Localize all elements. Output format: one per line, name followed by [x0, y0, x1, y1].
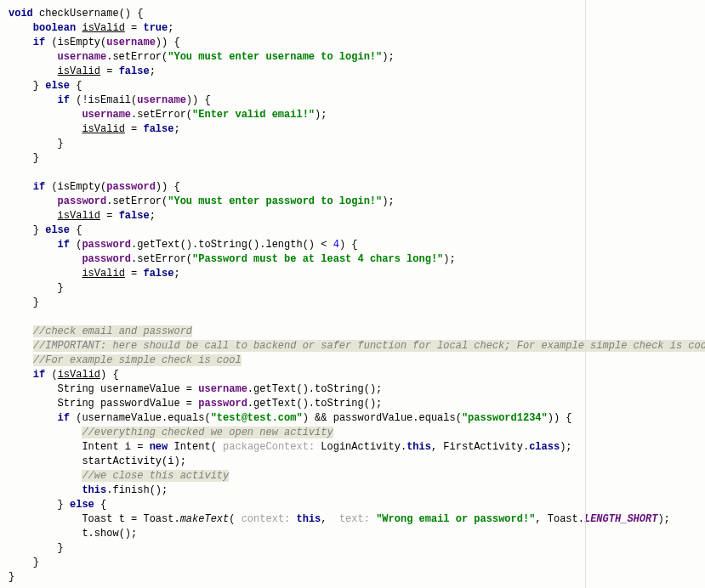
code-line: } else { — [9, 499, 106, 511]
code-line: } else { — [9, 224, 82, 236]
code-line: username.setError("You must enter userna… — [9, 51, 395, 63]
code-editor-content: void checkUsername() { boolean isValid =… — [9, 7, 696, 585]
code-line: String passwordValue = password.getText(… — [9, 398, 382, 410]
inline-hint: context: — [242, 513, 297, 525]
code-line: username.setError("Enter valid email!"); — [9, 109, 327, 121]
code-line: this.finish(); — [9, 484, 168, 496]
code-line: if (usernameValue.equals("test@test.com"… — [9, 412, 572, 424]
code-line: password.setError("Password must be at l… — [9, 253, 456, 265]
code-line: //we close this activity — [9, 470, 229, 482]
code-line: //For example simple check is cool — [9, 354, 242, 366]
code-line: if (isEmpty(password)) { — [9, 181, 180, 193]
code-line: } — [9, 138, 64, 150]
inline-hint: text: — [339, 513, 376, 525]
code-line: if (!isEmail(username)) { — [9, 94, 211, 106]
code-line: t.show(); — [9, 528, 137, 540]
code-line: startActivity(i); — [9, 455, 186, 467]
code-line: password.setError("You must enter passwo… — [9, 195, 395, 207]
code-line: } — [9, 152, 39, 164]
inline-hint: packageContext: — [223, 441, 321, 453]
right-gutter-line — [585, 0, 586, 588]
code-line: } else { — [9, 80, 82, 92]
code-line: isValid = false; — [9, 268, 180, 280]
code-line: //everything checked we open new activit… — [9, 427, 333, 438]
code-line: } — [9, 297, 39, 308]
code-line: isValid = false; — [9, 210, 156, 222]
code-line: isValid = false; — [9, 123, 180, 135]
code-line: String usernameValue = username.getText(… — [9, 383, 382, 395]
code-line: } — [9, 557, 39, 568]
code-line: } — [9, 542, 64, 554]
code-line: void checkUsername() { — [9, 8, 143, 20]
code-line: //IMPORTANT: here should be call to back… — [9, 340, 705, 352]
code-line: } — [9, 282, 64, 294]
code-line: } — [9, 571, 14, 583]
code-line: Toast t = Toast.makeText( context: this,… — [9, 513, 670, 525]
code-line: isValid = false; — [9, 65, 156, 77]
code-line: if (password.getText().toString().length… — [9, 239, 357, 251]
code-line: Intent i = new Intent( packageContext: L… — [9, 441, 572, 453]
code-line: if (isEmpty(username)) { — [9, 37, 180, 48]
code-line: if (isValid) { — [9, 369, 119, 381]
code-line: //check email and password — [9, 325, 192, 337]
code-line: boolean isValid = true; — [9, 22, 173, 34]
